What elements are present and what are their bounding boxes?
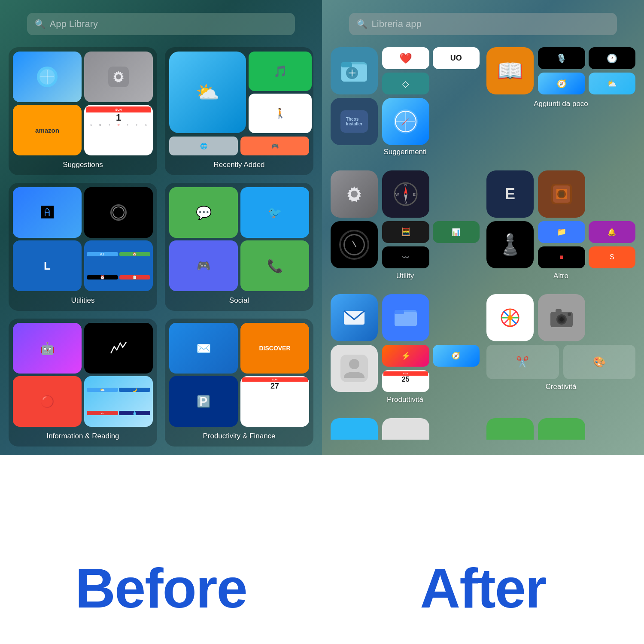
section-produttivita[interactable]: ⚡ 🧭 VEN 25 Produttività [331,294,480,411]
folder-social[interactable]: 💬 🐦 🎮 📞 Social [165,183,313,311]
creative-extra2: 🎨 [563,345,636,379]
watch-icon [84,187,153,238]
produttivita-mini-grid: ⚡ 🧭 VEN 25 [382,345,480,392]
settings-icon [84,52,153,102]
spotify-icon: 🎵 [249,52,312,91]
folder-utilities[interactable]: 🅰 L AT 🏠 ⏰ 📋 Utilities [9,183,157,311]
discord-icon: 🎮 [169,240,238,291]
l-icon: L [13,240,82,291]
dark-app-icon: ■ [538,246,585,268]
altro-label: Altro [486,272,635,280]
right-partial-bottom-2 [486,418,635,440]
contacts-icon [331,345,378,392]
suggerimenti-label: Suggerimenti [331,148,480,156]
folder-recently-added-label: Recently Added [213,161,264,169]
folder-recently-added-icons: ⛅ 🎵 🚶 [169,52,309,133]
folder-productivity[interactable]: ✉️ DISCOVER 🅿️ SUN 27 Productivity & Fin… [165,319,313,447]
folder-utilities-label: Utilities [71,296,95,305]
svg-rect-12 [341,62,352,67]
calculator-icon: 🧮 [382,221,429,243]
weather-mini-icon: ⛅ 🌙 A 💧 [84,376,153,427]
mail-right-icon [331,294,378,341]
messages-icon: 💬 [169,187,238,238]
weather-big-icon: ⛅ [169,52,246,133]
section-altro[interactable]: E ♟️ 📁 [486,170,635,288]
right-panel: 🔍 Libreria app ❤️ [322,0,644,455]
folder-info-reading[interactable]: 🤖 🔴 ⛅ 🌙 A 💧 Information & Rea [9,319,157,447]
svg-text:E: E [413,192,416,197]
camera-icon [538,294,585,341]
photos-icon [486,294,534,341]
waveform-icon: 〰️ [382,246,429,268]
notch-icon: 🔴 [13,376,82,427]
after-section: After [322,532,644,644]
left-panel: 🔍 App Library amazon [0,0,322,455]
aggiunti-mini-grid: 🎙️ 🕐 🧭 ⛅ [538,47,635,94]
suggerimenti-mini-grid: ❤️ UO ◇ [382,47,480,94]
left-search-bar[interactable]: 🔍 App Library [27,13,295,35]
creative-extra1: ✂️ [486,345,559,379]
atnt-icon: AT 🏠 ⏰ 📋 [84,240,153,291]
right-search-icon: 🔍 [357,19,368,29]
before-after-section: Before After [0,532,644,644]
svg-point-41 [507,315,513,320]
chess-icon: ♟️ [486,221,534,268]
paypal-icon: 🅿️ [169,376,238,427]
purple-app-icon: 🔔 [589,221,636,243]
folder-suggestions-icons: amazon SUN 1 SMTWTFS [13,52,153,155]
altro-mini-grid: 📁 🔔 ■ S [538,221,635,268]
creativita-label: Creatività [486,383,635,391]
search-icon: 🔍 [35,19,46,29]
svg-point-8 [116,74,121,79]
safari-right-icon [382,98,429,145]
svg-point-48 [568,313,571,316]
twitter-icon: 🐦 [240,187,309,238]
amazon-icon: amazon [13,105,82,155]
books-icon: 📖 [486,47,534,94]
section-utility[interactable]: NSEW 🧮 📊 [331,170,480,288]
svg-marker-29 [404,186,407,194]
orange-app-icon: S [589,246,636,268]
folder-suggestions[interactable]: amazon SUN 1 SMTWTFS Suggestions [9,47,157,175]
folder-social-icons: 💬 🐦 🎮 📞 [169,187,309,291]
section-suggerimenti[interactable]: ❤️ UO ◇ TheosInsta [331,47,480,164]
safari-mini-icon: 🧭 [433,345,480,367]
calendar-right-icon: VEN 25 [382,370,429,392]
bottom-bar: Before After [0,532,644,644]
clock-icon: 🕐 [589,47,636,69]
right-search-bar[interactable]: 🔍 Libreria app [349,13,617,35]
weather-right-icon: ⛅ [589,73,636,94]
settings-right-icon [331,170,378,218]
svg-point-39 [349,359,359,369]
partial-icon-3 [486,418,534,440]
svg-rect-37 [395,310,404,314]
right-partial-bottom-1 [331,418,480,440]
folder-info-icons: 🤖 🔴 ⛅ 🌙 A 💧 [13,323,153,427]
safari-icon [13,52,82,102]
left-search-placeholder: App Library [50,18,98,30]
folder-productivity-label: Productivity & Finance [203,432,275,440]
onyx-icon: ◇ [382,73,429,94]
folder-productivity-icons: ✉️ DISCOVER 🅿️ SUN 27 [169,323,309,427]
files-folder-icon [331,47,378,94]
health-icon: ❤️ [382,47,429,69]
files-right-icon [382,294,429,341]
produttivita-label: Produttività [331,395,480,404]
e-app-icon: E [486,170,534,218]
stocks-icon [84,323,153,374]
section-creativita[interactable]: ✂️ 🎨 Creatività [486,294,635,411]
folder-social-label: Social [229,296,249,305]
calendar2-icon: SUN 27 [240,376,309,427]
calendar-icon: SUN 1 SMTWTFS [84,105,153,155]
phone-icon: 📞 [240,240,309,291]
section-aggiunti[interactable]: 📖 🎙️ 🕐 🧭 [486,47,635,164]
discover-icon: DISCOVER [240,323,309,374]
replika-icon: 🤖 [13,323,82,374]
utility-label: Utility [331,272,480,280]
left-folder-grid: amazon SUN 1 SMTWTFS Suggestions ⛅ [9,47,313,447]
partial-icon-1 [331,418,378,440]
folder-recently-added[interactable]: ⛅ 🎵 🚶 🌐 🎮 Recently Added [165,47,313,175]
svg-point-46 [559,317,564,322]
right-search-placeholder: Libreria app [372,18,422,30]
partial-icon-2 [382,418,429,440]
